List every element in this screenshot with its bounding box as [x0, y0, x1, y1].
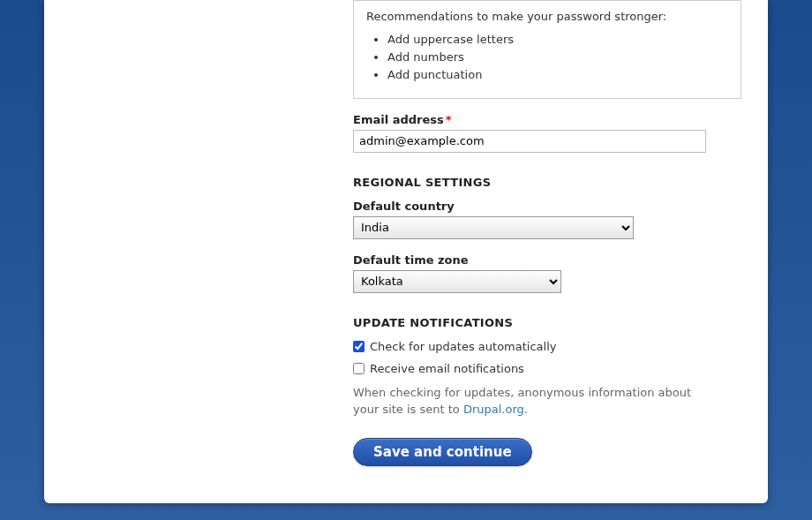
update-notifications-heading: UPDATE NOTIFICATIONS [353, 316, 741, 329]
check-updates-label[interactable]: Check for updates automatically [370, 340, 556, 353]
email-notifications-checkbox[interactable] [353, 363, 365, 374]
list-item: Add uppercase letters [387, 32, 728, 48]
country-select[interactable]: India [353, 216, 634, 239]
update-help-text: When checking for updates, anonymous inf… [353, 384, 706, 418]
required-marker: * [446, 113, 452, 126]
save-continue-button[interactable]: Save and continue [353, 438, 532, 466]
email-notifications-row: Receive email notifications [353, 362, 741, 375]
regional-settings-heading: REGIONAL SETTINGS [353, 176, 741, 189]
timezone-select[interactable]: Kolkata [353, 270, 561, 293]
timezone-label: Default time zone [353, 253, 741, 267]
timezone-field-group: Default time zone Kolkata [353, 253, 741, 293]
country-field-group: Default country India [353, 200, 741, 239]
country-label: Default country [353, 200, 741, 213]
drupal-org-link[interactable]: Drupal.org [463, 403, 524, 416]
email-label: Email address* [353, 113, 741, 126]
password-tips-list: Add uppercase letters Add numbers Add pu… [387, 32, 728, 84]
email-field-group: Email address* [353, 113, 741, 153]
check-updates-row: Check for updates automatically [353, 340, 741, 353]
check-updates-checkbox[interactable] [353, 341, 365, 352]
password-tips-box: Recommendations to make your password st… [353, 0, 741, 99]
email-field[interactable] [353, 130, 706, 153]
password-tips-intro: Recommendations to make your password st… [366, 10, 728, 23]
list-item: Add punctuation [387, 67, 728, 83]
install-panel: Recommendations to make your password st… [44, 0, 768, 503]
list-item: Add numbers [387, 49, 728, 65]
email-notifications-label[interactable]: Receive email notifications [370, 362, 524, 375]
form-content: Recommendations to make your password st… [353, 0, 741, 466]
